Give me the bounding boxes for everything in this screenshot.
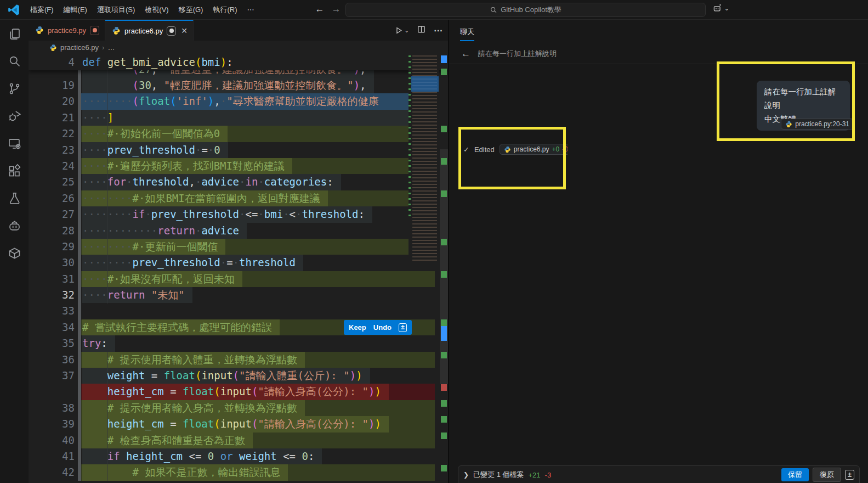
attachment-chip[interactable]: practice6.py:20-31 [781, 119, 854, 130]
copilot-titlebar-icon[interactable]: ⌄ [713, 3, 729, 14]
request-title: 請在每一行加上註解說明 [478, 49, 557, 59]
menu-item-4[interactable]: 移至(G) [174, 5, 208, 14]
line-number: 27 [29, 206, 75, 222]
menu-item-6[interactable]: ⋯ [242, 5, 259, 14]
code-line-23[interactable]: 23····prev_threshold·=·0 [29, 142, 448, 158]
breadcrumb-file[interactable]: practice6.py [60, 43, 99, 52]
line-number: 42 [29, 464, 75, 480]
overview-ruler[interactable] [440, 54, 448, 483]
indent-guide [107, 61, 107, 304]
remote-explorer-icon[interactable] [0, 130, 29, 157]
code-line-41[interactable]: 41 if height_cm <= 0 or weight <= 0: [29, 448, 448, 464]
sticky-scroll-line[interactable]: 4def get_bmi_advice(bmi): [29, 54, 448, 70]
menu-item-1[interactable]: 編輯(E) [59, 5, 92, 14]
menu-item-0[interactable]: 檔案(F) [25, 5, 59, 14]
tab-chat[interactable]: 聊天 [460, 27, 474, 41]
code-line-25[interactable]: 25····for·threshold,·advice·in·categorie… [29, 174, 448, 190]
tab-label: practice6.py [124, 27, 163, 35]
scrollbar-thumb[interactable] [440, 149, 448, 384]
back-arrow-icon[interactable]: ← [461, 48, 470, 59]
line-number: 35 [29, 335, 75, 351]
diff-file-icon[interactable]: ± [399, 323, 407, 332]
nav-back-arrow[interactable]: ← [313, 0, 327, 20]
code-line-35[interactable]: 35try: [29, 335, 448, 351]
code-line-20[interactable]: 20········(float('inf'),·"尋求醫療幫助並制定嚴格的健康 [29, 93, 448, 109]
modified-dot-icon[interactable] [167, 26, 176, 36]
code-line-19[interactable]: 19 (30, "輕度肥胖，建議加強運動並控制飲食。"), [29, 77, 448, 93]
code-line-21[interactable]: 21····] [29, 110, 448, 126]
code-line-38[interactable]: 38 # 提示使用者輸入身高，並轉換為浮點數 [29, 400, 448, 416]
keep-all-button[interactable]: 保留 [781, 468, 809, 481]
line-number: 24 [29, 158, 75, 174]
source-control-icon[interactable] [0, 75, 29, 102]
code-line-36[interactable]: 36 # 提示使用者輸入體重，並轉換為浮點數 [29, 352, 448, 368]
code-line-30[interactable]: 30········prev_threshold·=·threshold [29, 255, 448, 271]
chat-request-header[interactable]: ← 請在每一行加上註解說明 [461, 48, 557, 59]
code-line-24[interactable]: 24····#·遍歷分類列表，找到BMI對應的建議 [29, 158, 448, 174]
line-number: 26 [29, 190, 75, 206]
breadcrumb[interactable]: practice6.py › … [29, 41, 448, 54]
vscode-logo-icon[interactable] [8, 4, 20, 16]
code-line-32[interactable]: 32····return "未知" [29, 287, 448, 303]
line-number: 33 [29, 303, 75, 319]
chat-changes-bar: ❯ 已變更 1 個檔案 +21 -3 保留 復原 ± [458, 465, 860, 483]
view-diff-icon[interactable]: ± [845, 470, 854, 480]
python-icon [112, 26, 121, 35]
line-number: 19 [29, 77, 75, 93]
extensions-icon[interactable] [0, 157, 29, 184]
modified-dot-icon[interactable] [90, 26, 99, 35]
code-line-39[interactable]: 39 height_cm = float(input("請輸入身高(公分): "… [29, 416, 448, 432]
nav-forward-arrow[interactable]: → [329, 0, 343, 20]
attachment-label: practice6.py:20-31 [795, 120, 849, 128]
edited-file-chip[interactable]: practice6.py +0 -0 [500, 144, 568, 155]
code-line-31[interactable]: 31····#·如果沒有匹配，返回未知 [29, 271, 448, 287]
expand-chevron-icon[interactable]: ❯ [463, 471, 469, 479]
menu-item-3[interactable]: 檢視(V) [140, 5, 173, 14]
line-number: 4 [29, 54, 75, 70]
code-line-42[interactable]: 42 # 如果不是正數，輸出錯誤訊息 [29, 464, 448, 480]
undo-all-button[interactable]: 復原 [813, 468, 841, 482]
code-line-37[interactable]: 37 weight = float(input("請輸入體重(公斤): ")) [29, 368, 448, 384]
vscode-window: 檔案(F)編輯(E)選取項目(S)檢視(V)移至(G)執行(R)⋯ ← → Gi… [0, 0, 868, 483]
code-line-40[interactable]: 40 # 檢查身高和體重是否為正數 [29, 433, 448, 448]
line-number: 32 [29, 287, 75, 303]
search-icon[interactable] [0, 47, 29, 75]
sticky-line-4[interactable]: 4def get_bmi_advice(bmi): [29, 54, 448, 70]
explorer-icon[interactable] [0, 20, 29, 47]
command-center-search[interactable]: GitHub Copilot教學 [345, 3, 706, 17]
undo-button[interactable]: Undo [373, 323, 392, 332]
testing-icon[interactable] [0, 184, 29, 212]
containers-icon[interactable] [0, 239, 29, 267]
keep-button[interactable]: Keep [349, 323, 366, 332]
minimap[interactable] [409, 54, 439, 266]
code-line-26[interactable]: 26········#·如果BMI在當前範圍內，返回對應建議 [29, 190, 448, 206]
ruler-mark [441, 465, 447, 471]
tab-practice9[interactable]: practice9.py [29, 20, 105, 41]
code-line-33[interactable]: 33 [29, 303, 448, 319]
ruler-mark [441, 416, 447, 423]
edited-file-row: ✓ Edited practice6.py +0 -0 [463, 144, 568, 155]
code-line-22[interactable]: 22····#·初始化前一個閾值為0 [29, 126, 448, 142]
menu-item-5[interactable]: 執行(R) [208, 5, 242, 14]
split-editor-icon[interactable] [417, 25, 426, 36]
ruler-mark [441, 126, 447, 132]
run-debug-icon[interactable] [0, 102, 29, 130]
tab-bar: practice9.py practice6.py ✕ ⌄ ⋯ [29, 20, 448, 41]
code-line-27[interactable]: 27········if·prev_threshold·<=·bmi·<·thr… [29, 206, 448, 222]
line-number: 36 [29, 352, 75, 368]
ruler-mark [441, 69, 447, 75]
code-line-removed[interactable]: height_cm = float(input("請輸入身高(公分): ")) [29, 384, 448, 400]
code-line-29[interactable]: 29········#·更新前一個閾值 [29, 239, 448, 255]
menu-item-2[interactable]: 選取項目(S) [92, 5, 140, 14]
breadcrumb-more[interactable]: … [107, 43, 115, 52]
close-icon[interactable]: ✕ [181, 26, 188, 35]
code-line-28[interactable]: 28············return·advice [29, 223, 448, 239]
copilot-icon[interactable] [0, 212, 29, 239]
tab-practice6[interactable]: practice6.py ✕ [105, 20, 194, 41]
run-button[interactable]: ⌄ [394, 26, 409, 35]
code-viewport[interactable]: (27, "體重過重，建議加強運動並控制飲食。"),19 (30, "輕度肥胖，… [29, 54, 448, 483]
line-number: 41 [29, 448, 75, 464]
more-actions-icon[interactable]: ⋯ [434, 25, 444, 36]
editor-actions: ⌄ ⋯ [394, 20, 444, 41]
divider [449, 64, 868, 64]
